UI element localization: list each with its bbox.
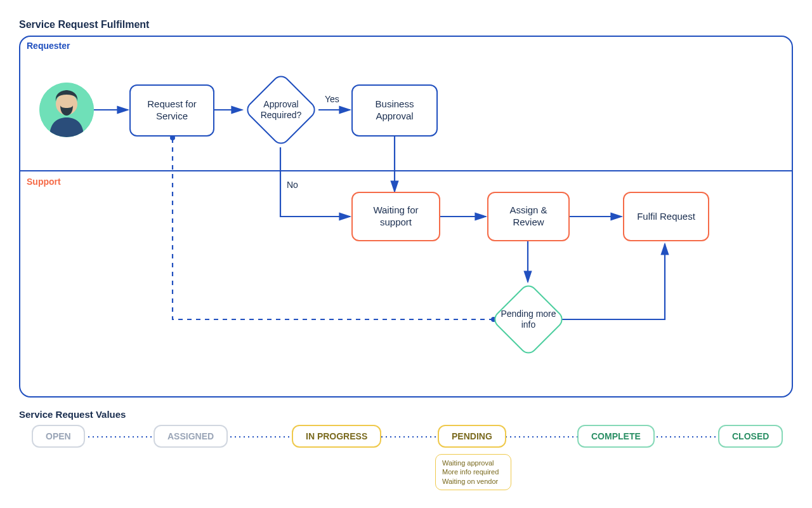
pending-substates: Waiting approval More info required Wait… (435, 454, 511, 490)
node-approval-required: Approval Required? (244, 72, 318, 147)
lane-divider (20, 170, 792, 171)
value-closed: CLOSED (718, 425, 783, 448)
node-waiting-for-support: Waiting for support (351, 192, 440, 241)
node-request-for-service: Request for Service (129, 84, 214, 137)
value-assigned: ASSIGNED (154, 425, 228, 448)
lane-label-requester: Requester (27, 41, 70, 51)
values-title: Service Request Values (19, 409, 793, 420)
edge-label-yes: Yes (325, 94, 339, 104)
values-connector-svg (19, 425, 793, 450)
edge-label-no: No (287, 180, 298, 190)
requester-avatar-icon (39, 83, 94, 137)
node-business-approval: Business Approval (351, 84, 438, 137)
values-row: OPEN ASSIGNED IN PROGRESS PENDING COMPLE… (19, 425, 793, 495)
value-in-progress: IN PROGRESS (292, 425, 381, 448)
diagram-title: Service Request Fulfilment (19, 19, 793, 30)
value-pending: PENDING (438, 425, 506, 448)
value-open: OPEN (32, 425, 85, 448)
node-pending-more-info: Pending more info (491, 282, 566, 357)
value-complete: COMPLETE (577, 425, 655, 448)
node-fulfil-request: Fulfil Request (623, 192, 709, 241)
node-assign-review: Assign & Review (487, 192, 570, 241)
swimlane-container: Requester Support (19, 36, 793, 398)
lane-label-support: Support (27, 177, 61, 187)
